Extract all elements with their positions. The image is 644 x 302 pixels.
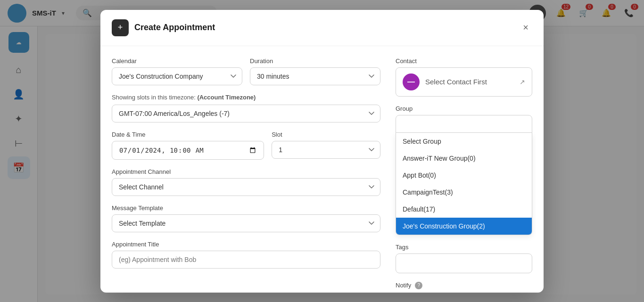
group-option-joes-construction[interactable]: Joe's Construction Group(2) [396, 218, 532, 235]
group-label: Group [396, 105, 532, 112]
title-label: Appointment Title [112, 241, 380, 248]
group-option-appt-bot[interactable]: Appt Bot(0) [396, 167, 532, 184]
contact-box[interactable]: — Select Contact First ↗ [396, 67, 532, 97]
title-row: Appointment Title [112, 241, 380, 269]
calendar-field: Calendar Joe's Construction Company [112, 57, 242, 85]
create-appointment-modal: + Create Appointment × Calendar Joe's Co… [100, 10, 544, 293]
contact-label: Contact [396, 57, 532, 65]
modal-title: Create Appointment [134, 23, 215, 33]
modal-left-column: Calendar Joe's Construction Company Dura… [112, 57, 380, 289]
calendar-select[interactable]: Joe's Construction Company [112, 67, 242, 85]
duration-select[interactable]: 30 minutes 15 minutes 45 minutes 60 minu… [250, 67, 380, 85]
contact-avatar-icon: — [407, 78, 415, 86]
modal-body: Calendar Joe's Construction Company Dura… [100, 46, 544, 293]
group-option-answer-it[interactable]: Answer-iT New Group(0) [396, 150, 532, 167]
slot-field: Slot 1 2 3 [272, 131, 380, 160]
contact-name: Select Contact First [425, 78, 514, 86]
timezone-select[interactable]: GMT-07:00 America/Los_Angeles (-7) [112, 105, 380, 122]
group-option-default[interactable]: Default(17) [396, 201, 532, 218]
contact-avatar: — [403, 73, 420, 90]
timezone-row: Showing slots in this timezone: (Account… [112, 94, 380, 122]
template-label: Message Template [112, 204, 380, 212]
slot-label: Slot [272, 131, 380, 138]
timezone-prefix: Showing slots in this timezone: [112, 94, 196, 101]
group-section: Group Select Group Answer-iT New Group(0… [396, 105, 532, 235]
tags-row: Tags [396, 244, 532, 273]
group-option-campaign-test[interactable]: CampaignTest(3) [396, 184, 532, 201]
tags-input[interactable] [396, 253, 532, 273]
calendar-duration-row: Calendar Joe's Construction Company Dura… [112, 57, 380, 85]
channel-label: Appointment Channel [112, 168, 380, 175]
datetime-field: Date & Time [112, 131, 264, 160]
appointment-title-input[interactable] [112, 251, 380, 269]
group-dropdown: Select Group Answer-iT New Group(0) Appt… [396, 133, 532, 235]
contact-row: Contact — Select Contact First ↗ [396, 57, 532, 97]
calendar-label: Calendar [112, 57, 242, 65]
group-search-input[interactable] [396, 115, 532, 133]
group-option-select[interactable]: Select Group [396, 133, 532, 150]
notify-help-icon[interactable]: ? [415, 282, 422, 289]
timezone-bold: (Account Timezone) [197, 94, 256, 101]
duration-label: Duration [250, 57, 380, 65]
plus-icon: + [118, 23, 123, 33]
datetime-input[interactable] [112, 141, 264, 160]
timezone-info-text: Showing slots in this timezone: (Account… [112, 94, 380, 101]
contact-external-link-icon[interactable]: ↗ [520, 78, 525, 86]
notify-label: Notify [396, 282, 411, 289]
channel-select[interactable]: Select Channel SMS Email WhatsApp [112, 178, 380, 196]
template-select[interactable]: Select Template [112, 214, 380, 232]
modal-header: + Create Appointment × [100, 10, 544, 46]
duration-field: Duration 30 minutes 15 minutes 45 minute… [250, 57, 380, 85]
channel-row: Appointment Channel Select Channel SMS E… [112, 168, 380, 196]
modal-header-icon: + [112, 19, 129, 36]
modal-right-column: Contact — Select Contact First ↗ Group S… [396, 57, 532, 289]
slot-select[interactable]: 1 2 3 [272, 141, 380, 159]
datetime-label: Date & Time [112, 131, 264, 138]
notify-row: Notify ? [396, 282, 532, 289]
tags-label: Tags [396, 244, 532, 251]
modal-close-button[interactable]: × [519, 20, 532, 35]
datetime-slot-row: Date & Time Slot 1 2 3 [112, 131, 380, 160]
template-row: Message Template Select Template [112, 204, 380, 232]
